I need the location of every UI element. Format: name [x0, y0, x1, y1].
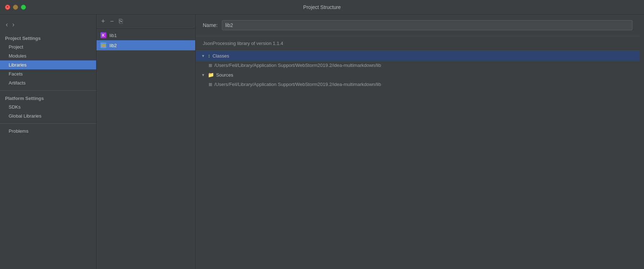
classes-section: ▼ ↕ Classes ▦ /Users/Feil/Library/Applic…: [196, 51, 640, 70]
middle-panel: + − ⎘ K lib1 lib2: [97, 14, 196, 269]
right-panel: Name: JsonProcessing library of version …: [196, 14, 640, 269]
sidebar: ‹ › Project Settings Project Modules Lib…: [0, 14, 97, 269]
kotlin-icon: K: [100, 32, 107, 38]
right-panel-wrapper: Name: JsonProcessing library of version …: [196, 14, 644, 269]
sources-path: /Users/Feil/Library/Application Support/…: [214, 82, 381, 87]
nav-buttons: ‹ ›: [0, 18, 96, 33]
main-layout: ‹ › Project Settings Project Modules Lib…: [0, 14, 644, 269]
sources-section: ▼ 📁 Sources ▦ /Users/Feil/Library/Applic…: [196, 70, 640, 89]
classes-path: /Users/Feil/Library/Application Support/…: [214, 63, 381, 68]
close-button[interactable]: ×: [5, 5, 10, 10]
sources-expand-icon[interactable]: ▼: [201, 73, 205, 77]
library-item-label: lib2: [109, 43, 117, 48]
classes-path-item[interactable]: ▦ /Users/Feil/Library/Application Suppor…: [196, 61, 640, 70]
window-title: Project Structure: [303, 4, 341, 10]
library-item-lib2[interactable]: lib2: [97, 40, 195, 50]
classes-sort-icon: ↕: [208, 53, 210, 59]
title-bar: × Project Structure: [0, 0, 644, 14]
platform-settings-header: Platform Settings: [0, 94, 96, 102]
middle-toolbar: + − ⎘: [97, 14, 195, 29]
minimize-button[interactable]: [13, 5, 18, 10]
library-item-lib1[interactable]: K lib1: [97, 30, 195, 40]
remove-library-button[interactable]: −: [108, 17, 116, 26]
sources-header[interactable]: ▼ 📁 Sources: [196, 70, 640, 80]
sidebar-divider: [0, 90, 96, 91]
lib2-icon: [100, 42, 107, 49]
sidebar-item-sdks[interactable]: SDKs: [0, 102, 96, 111]
library-item-label: lib1: [109, 33, 117, 38]
sidebar-item-problems[interactable]: Problems: [0, 127, 96, 136]
project-settings-header: Project Settings: [0, 33, 96, 42]
sources-folder-icon: 📁: [208, 72, 214, 78]
sources-path-item[interactable]: ▦ /Users/Feil/Library/Application Suppor…: [196, 80, 640, 89]
name-bar: Name:: [196, 14, 640, 36]
sidebar-item-facets[interactable]: Facets: [0, 69, 96, 78]
scrollbar[interactable]: [640, 14, 644, 269]
svg-rect-1: [101, 45, 106, 45]
sidebar-item-libraries[interactable]: Libraries: [0, 60, 96, 69]
copy-library-button[interactable]: ⎘: [117, 17, 125, 26]
library-list: K lib1 lib2: [97, 29, 195, 52]
sources-path-icon: ▦: [209, 82, 212, 87]
back-button[interactable]: ‹: [4, 20, 9, 29]
close-icon: ×: [6, 5, 8, 9]
classes-header[interactable]: ▼ ↕ Classes: [196, 51, 640, 61]
sidebar-item-project[interactable]: Project: [0, 42, 96, 51]
classes-expand-icon[interactable]: ▼: [201, 54, 205, 58]
sidebar-item-modules[interactable]: Modules: [0, 51, 96, 60]
svg-rect-2: [101, 46, 106, 47]
sources-label: Sources: [216, 72, 233, 78]
name-input[interactable]: [222, 20, 632, 30]
sidebar-item-global-libraries[interactable]: Global Libraries: [0, 111, 96, 120]
traffic-lights: ×: [5, 5, 26, 10]
sidebar-divider-2: [0, 123, 96, 124]
sidebar-item-artifacts[interactable]: Artifacts: [0, 78, 96, 87]
name-label: Name:: [203, 22, 218, 28]
forward-button[interactable]: ›: [11, 20, 16, 29]
classes-path-icon: ▦: [209, 63, 212, 68]
add-library-button[interactable]: +: [99, 17, 107, 26]
maximize-button[interactable]: [21, 5, 26, 10]
classes-label: Classes: [213, 53, 229, 59]
description: JsonProcessing library of version 1.1.4: [196, 36, 640, 51]
tree-panel: ▼ ↕ Classes ▦ /Users/Feil/Library/Applic…: [196, 51, 640, 89]
